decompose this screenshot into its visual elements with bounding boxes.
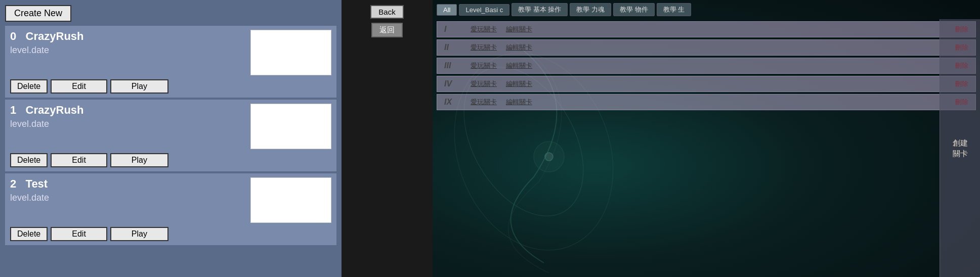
tab-teach_student[interactable]: 教學 生 — [657, 3, 692, 16]
level-date-2: level.date — [10, 193, 245, 203]
level-thumbnail-1 — [250, 104, 331, 149]
right-level-num-0: I — [444, 25, 464, 34]
play-button-0[interactable]: Play — [110, 79, 168, 94]
right-level-num-3: IV — [444, 79, 464, 88]
right-level-num-2: III — [444, 61, 464, 70]
create-level-line1: 創建 — [953, 137, 968, 148]
level-thumbnail-0 — [250, 30, 331, 75]
edit-button-1[interactable]: Edit — [51, 153, 107, 167]
tab-level_basic[interactable]: Level_Basi c — [459, 4, 509, 16]
delete-button-2[interactable]: Delete — [10, 227, 48, 241]
right-play-label-1[interactable]: 愛玩關卡 — [471, 43, 497, 52]
right-edit-label-0[interactable]: 編輯關卡 — [506, 25, 532, 34]
right-edit-label-1[interactable]: 編輯關卡 — [506, 43, 532, 52]
right-edit-label-2[interactable]: 編輯關卡 — [506, 61, 532, 70]
right-level-row-4: IX 愛玩關卡 編輯關卡 刪除 — [437, 94, 976, 110]
level-title-2: 2 Test — [10, 177, 245, 191]
edit-button-0[interactable]: Edit — [51, 79, 107, 94]
level-actions-2: Delete Edit Play — [10, 227, 331, 241]
right-level-actions-2: 愛玩關卡 編輯關卡 — [471, 61, 532, 70]
level-item-1: 1 CrazyRush level.date Delete Edit Play — [5, 100, 336, 171]
right-level-actions-1: 愛玩關卡 編輯關卡 — [471, 43, 532, 52]
play-button-2[interactable]: Play — [110, 227, 168, 241]
delete-button-0[interactable]: Delete — [10, 79, 48, 94]
right-edit-label-4[interactable]: 編輯關卡 — [506, 98, 532, 107]
right-content: AllLevel_Basi c教學 基本 操作教學 力魂教學 物件教學 生 I … — [433, 0, 980, 277]
right-level-list: I 愛玩關卡 編輯關卡 刪除 II 愛玩關卡 編輯關卡 刪除 III 愛玩關卡 … — [433, 19, 980, 277]
right-level-row-0: I 愛玩關卡 編輯關卡 刪除 — [437, 21, 976, 37]
left-panel: Create New 0 CrazyRush level.date Delete… — [0, 0, 342, 277]
right-edit-label-3[interactable]: 編輯關卡 — [506, 79, 532, 88]
level-thumbnail-2 — [250, 177, 331, 223]
right-level-row-1: II 愛玩關卡 編輯關卡 刪除 — [437, 39, 976, 56]
edit-button-2[interactable]: Edit — [51, 227, 107, 241]
right-level-actions-3: 愛玩關卡 編輯關卡 — [471, 79, 532, 88]
level-title-0: 0 CrazyRush — [10, 30, 245, 43]
create-level-button[interactable]: 創建 關卡 — [940, 19, 980, 277]
level-item-0: 0 CrazyRush level.date Delete Edit Play — [5, 26, 336, 98]
level-actions-0: Delete Edit Play — [10, 79, 331, 94]
right-panel: AllLevel_Basi c教學 基本 操作教學 力魂教學 物件教學 生 I … — [433, 0, 980, 277]
level-title-1: 1 CrazyRush — [10, 104, 245, 117]
right-level-num-1: II — [444, 43, 464, 52]
level-info-0: 0 CrazyRush level.date — [10, 30, 245, 56]
right-play-label-2[interactable]: 愛玩關卡 — [471, 61, 497, 70]
tab-all[interactable]: All — [437, 4, 457, 16]
right-play-label-0[interactable]: 愛玩關卡 — [471, 25, 497, 34]
level-info-1: 1 CrazyRush level.date — [10, 104, 245, 129]
tab-teach_power[interactable]: 教學 力魂 — [570, 3, 611, 16]
right-level-actions-4: 愛玩關卡 編輯關卡 — [471, 98, 532, 107]
right-level-num-4: IX — [444, 98, 464, 107]
level-list: 0 CrazyRush level.date Delete Edit Play … — [5, 26, 336, 247]
right-level-row-3: IV 愛玩關卡 編輯關卡 刪除 — [437, 76, 976, 92]
right-play-label-4[interactable]: 愛玩關卡 — [471, 98, 497, 107]
right-play-label-3[interactable]: 愛玩關卡 — [471, 79, 497, 88]
delete-button-1[interactable]: Delete — [10, 153, 48, 167]
right-level-row-2: III 愛玩關卡 編輯關卡 刪除 — [437, 58, 976, 74]
tab-teach_item[interactable]: 教學 物件 — [613, 3, 655, 16]
back-button-en[interactable]: Back — [370, 5, 403, 19]
tab-teach_basic[interactable]: 教學 基本 操作 — [512, 3, 568, 16]
middle-panel: Back 返回 — [342, 0, 433, 277]
level-date-1: level.date — [10, 119, 245, 129]
play-button-1[interactable]: Play — [110, 153, 168, 167]
tab-bar: AllLevel_Basi c教學 基本 操作教學 力魂教學 物件教學 生 — [433, 0, 980, 19]
level-info-2: 2 Test level.date — [10, 177, 245, 203]
level-actions-1: Delete Edit Play — [10, 153, 331, 167]
create-level-line2: 關卡 — [953, 148, 968, 159]
back-button-zh[interactable]: 返回 — [371, 23, 403, 37]
right-level-actions-0: 愛玩關卡 編輯關卡 — [471, 25, 532, 34]
level-date-0: level.date — [10, 45, 245, 56]
level-item-2: 2 Test level.date Delete Edit Play — [5, 173, 336, 245]
create-new-button[interactable]: Create New — [5, 5, 71, 22]
